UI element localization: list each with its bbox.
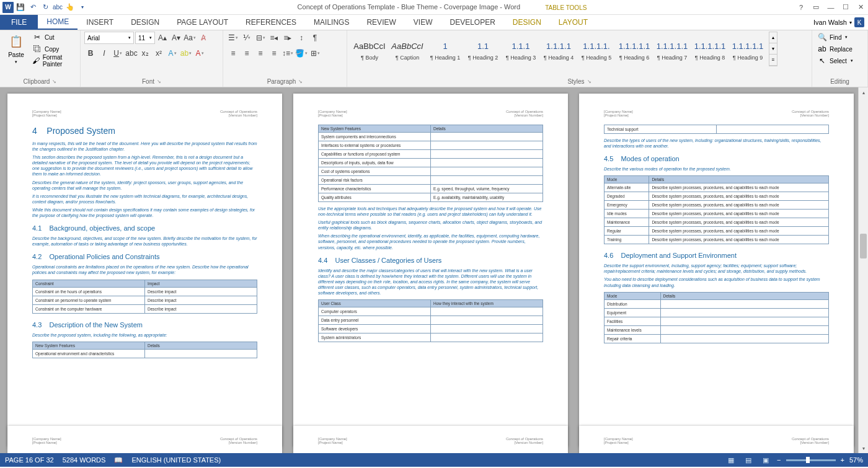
table-row[interactable]: MaintenanceDescribe system processes, pr… [604,218,829,227]
table-row[interactable]: EmergencyDescribe system processes, proc… [604,201,829,210]
table-row[interactable]: Repair criteria [604,334,829,343]
table-row[interactable]: Operational environment and characterist… [33,349,257,358]
sort-icon[interactable]: ↕ [295,32,308,44]
zoom-in-icon[interactable]: + [841,456,844,464]
page-23[interactable]: [Company Name][Project Name] Concept of … [293,426,568,453]
table-row[interactable]: Distribution [604,299,829,308]
table-row[interactable]: Idle modesDescribe system processes, pro… [604,210,829,218]
touch-mode-icon[interactable]: 👆 [64,2,76,13]
table-row[interactable]: Quality attributesE.g. availability, mai… [319,193,543,202]
styles-launcher[interactable]: ↘ [587,79,591,84]
scroll-up-icon[interactable]: ▴ [859,87,868,97]
zoom-slider[interactable] [786,459,836,461]
page-24[interactable]: [Company Name][Project Name] Concept of … [579,426,854,453]
table-row[interactable]: Data entry personnel [319,316,543,325]
table-row[interactable]: Cost of systems operations [319,167,543,176]
style-item-heading-5[interactable]: 1.1.1.1.¶ Heading 5 [578,32,615,66]
show-marks-icon[interactable]: ¶ [309,32,321,44]
paragraph-launcher[interactable]: ↘ [298,79,303,84]
shading-icon[interactable]: 🪣 [295,47,308,60]
copy-button[interactable]: ⿻Copy [31,43,76,55]
table-row[interactable]: DegradedDescribe system processes, proce… [604,192,829,201]
style-item-heading-4[interactable]: 1.1.1.1¶ Heading 4 [540,32,577,66]
spell-check-icon[interactable]: abc [52,2,63,13]
font-name-combo[interactable]: Arial▾ [84,32,134,44]
style-item-heading-6[interactable]: 1.1.1.1.1¶ Heading 6 [616,32,653,66]
file-tab[interactable]: FILE [0,15,38,30]
borders-icon[interactable]: ⊞ [309,47,321,60]
close-icon[interactable]: ✕ [856,2,866,12]
tab-references[interactable]: REFERENCES [237,15,305,30]
modes-table[interactable]: ModeDetailsAlternate-siteDescribe system… [604,175,829,244]
table-row[interactable]: Interfaces to external systems or proced… [319,141,543,150]
user-name[interactable]: Ivan Walsh [813,19,847,26]
line-spacing-icon[interactable]: ↕≡ [281,47,294,60]
table-row[interactable]: Constraint on personnel to operate syste… [33,296,257,304]
format-painter-button[interactable]: 🖌Format Painter [31,55,76,66]
scroll-down-icon[interactable]: ▾ [859,443,868,453]
bullets-icon[interactable]: ☰ [227,32,239,44]
align-left-icon[interactable]: ≡ [227,47,239,60]
decrease-indent-icon[interactable]: ≡◂ [268,32,280,44]
deployment-table[interactable]: ModeDetailsDistributionEquipmentFaciliti… [604,292,829,343]
gallery-more-icon[interactable]: ≡ [769,55,777,66]
style-item-heading-1[interactable]: 1¶ Heading 1 [427,32,464,66]
tech-support-table[interactable]: Technical support [604,125,829,134]
highlight-icon[interactable]: ab [180,47,192,60]
read-mode-icon[interactable]: ▦ [725,455,737,465]
gallery-up-icon[interactable]: ▴ [769,32,777,43]
tab-developer[interactable]: DEVELOPER [441,15,503,30]
page-22[interactable]: [Company Name][Project Name] Concept of … [7,426,282,453]
page-21[interactable]: [Company Name][Project Name] Concept of … [579,94,854,447]
tab-view[interactable]: VIEW [405,15,441,30]
select-button[interactable]: ↖Select▾ [816,55,854,66]
style-item-heading-8[interactable]: 1.1.1.1.1¶ Heading 8 [691,32,728,66]
clipboard-launcher[interactable]: ↘ [52,79,56,84]
numbering-icon[interactable]: ⅟ [241,32,253,44]
features-table[interactable]: New System FeaturesDetailsOperational en… [32,342,257,358]
save-icon[interactable]: 💾 [15,2,26,13]
font-color-icon[interactable]: A [193,47,206,60]
table-row[interactable]: System administrators [319,333,543,342]
style-item-heading-9[interactable]: 1.1.1.1.1¶ Heading 9 [729,32,766,66]
undo-icon[interactable]: ↶ [27,2,38,13]
page-19[interactable]: [Company Name][Project Name] Concept of … [7,94,282,447]
document-area[interactable]: [Company Name][Project Name] Concept of … [0,87,868,453]
table-row[interactable]: Constraint on the computer hardwareDescr… [33,304,257,313]
superscript-icon[interactable]: x² [153,47,165,60]
word-count[interactable]: 5284 WORDS [63,456,106,464]
table-row[interactable]: Technical support [604,125,829,134]
features-table-contd[interactable]: New System FeaturesDetailsSystem compone… [318,125,543,202]
table-row[interactable]: Operational risk factors [319,176,543,185]
subscript-icon[interactable]: x₂ [139,47,151,60]
ribbon-display-icon[interactable]: ▭ [811,2,821,12]
style-gallery[interactable]: AaBbCcI¶ BodyAaBbCcI¶ Caption1¶ Heading … [351,32,766,66]
grow-font-icon[interactable]: A▴ [156,32,169,44]
table-row[interactable]: Constraint on the hours of operationsDes… [33,287,257,296]
gallery-scroll[interactable]: ▴ ▾ ≡ [769,32,777,66]
table-row[interactable]: System components and interconnections [319,133,543,141]
minimize-icon[interactable]: — [826,2,836,12]
table-row[interactable]: RegularDescribe system processes, proced… [604,227,829,236]
zoom-out-icon[interactable]: − [777,456,781,464]
cut-button[interactable]: ✂Cut [31,32,76,43]
font-size-combo[interactable]: 11▾ [135,32,155,44]
web-layout-icon[interactable]: ▣ [760,455,772,465]
word-app-icon[interactable]: W [2,2,14,13]
change-case-icon[interactable]: Aa [184,32,196,44]
align-right-icon[interactable]: ≡ [254,47,267,60]
table-row[interactable]: TrainingDescribe system processes, proce… [604,236,829,244]
table-row[interactable]: Capabilities or functions of proposed sy… [319,150,543,159]
table-row[interactable]: Equipment [604,308,829,317]
zoom-level[interactable]: 57% [849,456,863,464]
user-avatar[interactable]: K [854,17,864,27]
page-20[interactable]: [Company Name][Project Name] Concept of … [293,94,568,447]
font-launcher[interactable]: ↘ [157,79,161,84]
scroll-thumb[interactable] [860,234,867,258]
increase-indent-icon[interactable]: ≡▸ [281,32,294,44]
table-row[interactable]: Alternate-siteDescribe system processes,… [604,183,829,192]
text-effects-icon[interactable]: A [166,47,179,60]
italic-icon[interactable]: I [98,47,110,60]
clear-formatting-icon[interactable]: A̷ [197,32,210,44]
style-item-caption[interactable]: AaBbCcI¶ Caption [389,32,426,66]
